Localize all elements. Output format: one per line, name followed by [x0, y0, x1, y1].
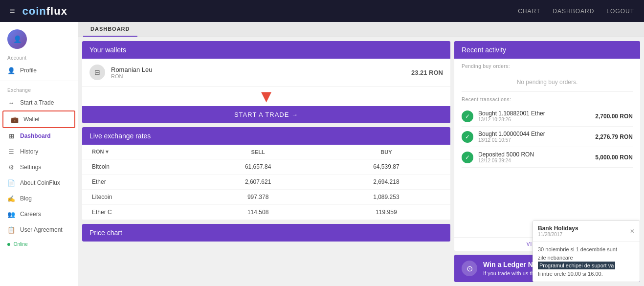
- transactions-label: Recent transactions:: [462, 97, 633, 102]
- recent-activity-body: Pending buy orders: No pending buy order…: [454, 59, 640, 237]
- currency-selector[interactable]: RON ▾: [92, 149, 109, 155]
- table-row: Litecoin 997.378 1,089.253: [82, 190, 450, 205]
- table-row: Ether C 114.508 119.959: [82, 205, 450, 220]
- sell-price: 61,657.84: [194, 159, 322, 175]
- sidebar-item-settings[interactable]: ⚙ Settings: [0, 159, 78, 175]
- sell-price: 997.378: [194, 190, 322, 205]
- notification-body: 30 noiembrie si 1 decembrie sunt zile ne…: [533, 242, 640, 282]
- transaction-success-icon: ✓: [462, 110, 473, 122]
- wallets-card-body: ⊟ Romanian Leu RON 23.21 RON ▼ START A T…: [82, 59, 450, 123]
- sell-price: 114.508: [194, 205, 322, 220]
- table-row: Bitcoin 61,657.84 64,539.87: [82, 159, 450, 175]
- wallet-amount: 23.21 RON: [411, 69, 443, 76]
- transactions-list: ✓ Bought 1.10882001 Ether 13/12 10:28:26…: [462, 106, 633, 168]
- transaction-date: 12/12 06:39:24: [478, 158, 590, 163]
- wallet-info: Romanian Leu RON: [111, 66, 405, 79]
- user-avatar-section: 👤: [0, 22, 78, 51]
- transaction-title: Bought 1.00000044 Ether: [478, 131, 590, 137]
- wallet-nav-wrapper: 💼 Wallet: [2, 110, 75, 128]
- wallets-card-header: Your wallets: [82, 41, 450, 59]
- ron-currency-icon: ⊟: [89, 65, 105, 80]
- sidebar-item-blog[interactable]: ✍ Blog: [0, 191, 78, 206]
- down-arrow-indicator: ▼: [258, 88, 275, 105]
- exchange-rates-header: Live exchange rates: [82, 127, 450, 145]
- price-chart-card: Price chart: [82, 224, 450, 242]
- col-buy: BUY: [322, 145, 450, 159]
- notification-popup: Bank Holidays 11/28/2017 ✕ 30 noiembrie …: [533, 220, 640, 282]
- sidebar-item-start-trade[interactable]: ↔ Start a Trade: [0, 95, 78, 110]
- careers-icon: 👥: [7, 210, 15, 218]
- buy-price: 1,089.253: [322, 190, 450, 205]
- exchange-rates-body: RON ▾ SELL BUY Bitcoin 61,657.84 64,539.…: [82, 145, 450, 220]
- tab-dashboard[interactable]: DASHBOARD: [83, 22, 137, 37]
- account-section-label: Account: [0, 51, 78, 63]
- exchange-rates-card: Live exchange rates RON ▾ SELL BUY: [82, 127, 450, 220]
- wallet-icon: 💼: [11, 115, 19, 123]
- currency-name: Litecoin: [82, 190, 194, 205]
- transaction-info: Bought 1.10882001 Ether 13/12 10:28:26: [478, 110, 590, 122]
- notification-title: Bank Holidays 11/28/2017: [538, 225, 578, 237]
- transaction-amount: 5,000.00 RON: [595, 154, 633, 161]
- list-item: ✓ Deposited 5000 RON 12/12 06:39:24 5,00…: [462, 147, 633, 168]
- table-row: Ether 2,607.621 2,694.218: [82, 175, 450, 190]
- sidebar-item-user-agreement[interactable]: 📋 User Agreement: [0, 222, 78, 238]
- sidebar: 👤 Account 👤 Profile Exchange ↔ Start a T…: [0, 22, 78, 286]
- transaction-info: Deposited 5000 RON 12/12 06:39:24: [478, 151, 590, 163]
- dashboard-icon: ⊞: [7, 132, 15, 140]
- recent-activity-header: Recent activity: [454, 41, 640, 59]
- transaction-title: Deposited 5000 RON: [478, 151, 590, 158]
- price-chart-header: Price chart: [82, 224, 450, 242]
- currency-name: Bitcoin: [82, 159, 194, 175]
- transaction-date: 13/12 10:28:26: [478, 117, 590, 122]
- pending-label: Pending buy orders:: [462, 64, 633, 69]
- start-trade-button[interactable]: START A TRADE →: [82, 106, 450, 123]
- wallet-name: Romanian Leu: [111, 66, 405, 73]
- dashboard-link[interactable]: DASHBOARD: [553, 8, 594, 15]
- online-dot-icon: [7, 243, 10, 246]
- blog-icon: ✍: [7, 195, 15, 202]
- sidebar-item-about[interactable]: 📄 About CoinFlux: [0, 175, 78, 191]
- exchange-section-label: Exchange: [0, 84, 78, 95]
- wallet-row-ron: ⊟ Romanian Leu RON 23.21 RON: [82, 59, 450, 87]
- currency-name: Ether C: [82, 205, 194, 220]
- logout-link[interactable]: LOGOUT: [606, 8, 634, 15]
- transaction-success-icon: ✓: [462, 131, 473, 143]
- profile-icon: 👤: [7, 66, 15, 74]
- col-currency[interactable]: RON ▾: [82, 145, 194, 159]
- transaction-date: 13/12 01:10:57: [478, 137, 590, 143]
- recent-activity-card: Recent activity Pending buy orders: No p…: [454, 41, 640, 251]
- list-item: ✓ Bought 1.00000044 Ether 13/12 01:10:57…: [462, 127, 633, 147]
- sidebar-item-profile[interactable]: 👤 Profile: [0, 63, 78, 78]
- sidebar-item-dashboard[interactable]: ⊞ Dashboard: [0, 128, 78, 144]
- chart-link[interactable]: CHART: [518, 8, 540, 15]
- transaction-info: Bought 1.00000044 Ether 13/12 01:10:57: [478, 131, 590, 143]
- buy-price: 64,539.87: [322, 159, 450, 175]
- currency-name: Ether: [82, 175, 194, 190]
- col-sell: SELL: [194, 145, 322, 159]
- avatar: 👤: [7, 29, 27, 49]
- sidebar-item-wallet[interactable]: 💼 Wallet: [3, 111, 74, 127]
- notification-close-icon[interactable]: ✕: [630, 228, 635, 235]
- transaction-amount: 2,700.00 RON: [595, 113, 633, 120]
- agreement-icon: 📋: [7, 226, 15, 234]
- notification-header: Bank Holidays 11/28/2017 ✕: [533, 221, 640, 242]
- content-tabs-bar: DASHBOARD: [78, 22, 644, 37]
- sidebar-item-history[interactable]: ☰ History: [0, 144, 78, 159]
- top-navigation: ≡ coinflux CHART DASHBOARD LOGOUT: [0, 0, 644, 22]
- top-nav-links: CHART DASHBOARD LOGOUT: [518, 8, 634, 15]
- rates-table: RON ▾ SELL BUY Bitcoin 61,657.84 64,539.…: [82, 145, 450, 220]
- about-icon: 📄: [7, 179, 15, 187]
- history-icon: ☰: [7, 148, 15, 155]
- settings-icon: ⚙: [7, 163, 15, 171]
- online-status: Online: [0, 238, 78, 248]
- main-content: DASHBOARD Your wallets ⊟ Romanian Leu RO…: [78, 22, 644, 286]
- win-ledger-section: ⊙ Win a Ledger Nano S If you trade with …: [454, 255, 640, 282]
- menu-hamburger-icon[interactable]: ≡: [10, 6, 15, 16]
- no-pending-message: No pending buy orders.: [462, 73, 633, 92]
- list-item: ✓ Bought 1.10882001 Ether 13/12 10:28:26…: [462, 106, 633, 127]
- wallets-card: Your wallets ⊟ Romanian Leu RON 23.21 RO…: [82, 41, 450, 123]
- sidebar-item-careers[interactable]: 👥 Careers: [0, 206, 78, 222]
- wallet-code: RON: [111, 73, 405, 79]
- app-logo: coinflux: [22, 5, 67, 18]
- trade-icon: ↔: [7, 99, 15, 107]
